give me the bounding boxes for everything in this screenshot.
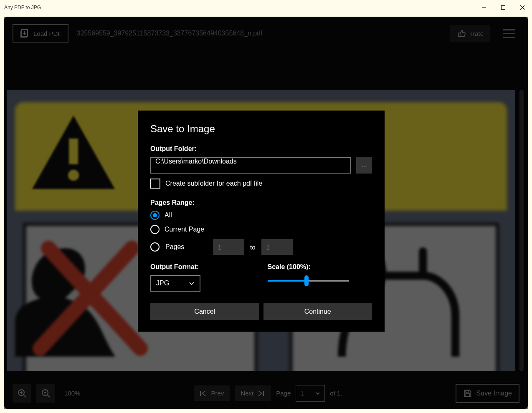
scale-label: Scale (100%): [268,263,372,271]
window-controls [474,1,532,14]
close-button[interactable] [513,1,532,14]
output-format-value: JPG [156,280,169,287]
pages-from-input[interactable]: 1 [213,239,244,255]
radio-all[interactable] [150,211,160,220]
save-to-image-dialog: Save to Image Output Folder: C:\Users\ma… [138,111,385,332]
output-folder-input[interactable]: C:\Users\marko\Downloads [150,157,351,174]
maximize-button[interactable] [494,1,513,14]
output-format-select[interactable]: JPG [150,275,200,292]
scale-slider[interactable] [268,277,349,285]
create-subfolder-checkbox[interactable] [150,179,160,189]
browse-button[interactable]: ... [356,157,372,174]
radio-current-page[interactable] [150,225,160,234]
slider-thumb[interactable] [304,275,309,286]
output-folder-label: Output Folder: [150,145,372,153]
continue-button[interactable]: Continue [263,303,372,320]
pages-range-label: Pages Range: [150,199,372,206]
radio-pages[interactable] [150,242,160,252]
create-subfolder-label: Create subfolder for each pdf file [165,180,262,187]
pages-to-label: to [250,244,256,251]
app-frame: Load PDF 325569559_397925115873733_33776… [4,17,528,409]
pages-to-input[interactable]: 1 [261,239,293,255]
slider-track-inactive [307,280,349,282]
radio-current-label: Current Page [165,226,204,233]
svg-rect-1 [502,5,505,9]
radio-all-label: All [165,212,172,219]
minimize-button[interactable] [474,1,494,14]
slider-track-active [268,280,307,282]
dialog-title: Save to Image [150,123,372,135]
cancel-button[interactable]: Cancel [150,303,259,320]
radio-pages-label: Pages [165,243,207,251]
output-format-label: Output Format: [150,263,255,271]
window-titlebar: Any PDF to JPG [0,0,532,15]
window-title: Any PDF to JPG [4,5,41,10]
